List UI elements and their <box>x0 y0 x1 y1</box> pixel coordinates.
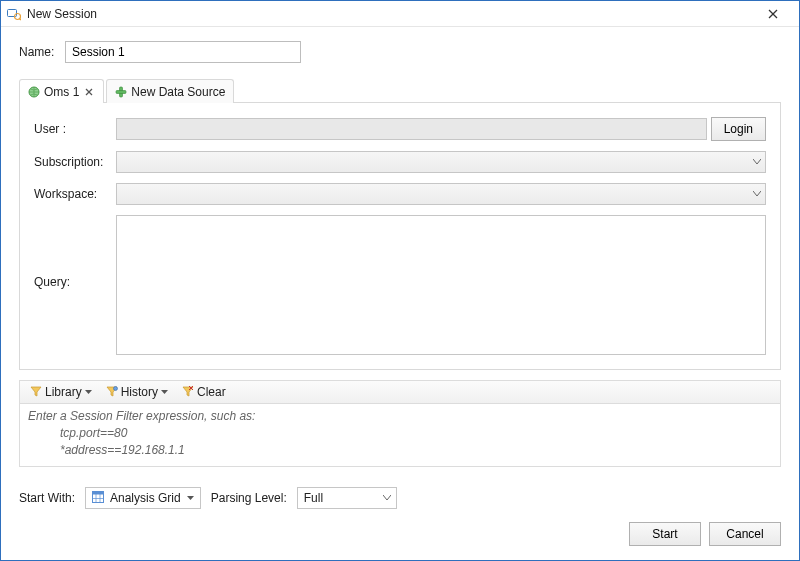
start-button[interactable]: Start <box>629 522 701 546</box>
tab-row: Oms 1 New Data S <box>19 79 781 103</box>
filter-placeholder-line: tcp.port==80 <box>28 425 772 442</box>
parsing-level-label: Parsing Level: <box>211 491 287 505</box>
history-label: History <box>121 385 158 399</box>
new-session-dialog: New Session Name: <box>0 0 800 561</box>
dialog-footer: Start Cancel <box>1 512 799 560</box>
workspace-row: Workspace: <box>34 183 766 205</box>
chevron-down-icon <box>187 496 194 501</box>
tab-label: Oms 1 <box>44 85 79 99</box>
workspace-value[interactable] <box>116 183 766 205</box>
subscription-value[interactable] <box>116 151 766 173</box>
funnel-history-icon <box>106 385 118 400</box>
svg-rect-9 <box>116 90 126 93</box>
user-label: User : <box>34 122 112 136</box>
tab-panel: User : Login Subscription: Wo <box>19 102 781 370</box>
filter-section: Library History <box>19 380 781 467</box>
grid-icon <box>92 491 104 506</box>
tab-label: New Data Source <box>131 85 225 99</box>
window-title: New Session <box>27 7 97 21</box>
window-close-button[interactable] <box>753 4 793 24</box>
chevron-down-icon <box>85 390 92 395</box>
query-input[interactable] <box>116 215 766 355</box>
library-label: Library <box>45 385 82 399</box>
funnel-icon <box>30 385 42 400</box>
plus-icon <box>115 86 127 98</box>
chevron-down-icon <box>161 390 168 395</box>
workspace-select[interactable] <box>116 183 766 205</box>
name-label: Name: <box>19 45 59 59</box>
clear-button[interactable]: Clear <box>176 382 232 402</box>
title-area: New Session <box>7 7 753 21</box>
parsing-level-select[interactable]: Full <box>297 487 397 509</box>
svg-point-10 <box>113 386 117 390</box>
workspace-label: Workspace: <box>34 187 112 201</box>
name-input[interactable] <box>65 41 301 63</box>
session-icon <box>7 7 21 21</box>
tab-oms-1[interactable]: Oms 1 <box>19 79 104 103</box>
history-button[interactable]: History <box>100 382 174 402</box>
start-with-select[interactable]: Analysis Grid <box>85 487 201 509</box>
tabs-area: Oms 1 New Data S <box>19 79 781 370</box>
svg-rect-14 <box>93 491 104 494</box>
login-button[interactable]: Login <box>711 117 766 141</box>
svg-line-2 <box>20 18 22 20</box>
query-label: Query: <box>34 215 112 289</box>
filter-placeholder-line: *address==192.168.1.1 <box>28 442 772 459</box>
parsing-level-value: Full <box>304 491 323 505</box>
filter-expression-input[interactable]: Enter a Session Filter expression, such … <box>19 404 781 467</box>
start-with-label: Start With: <box>19 491 75 505</box>
content-area: Name: Oms 1 <box>1 27 799 512</box>
filter-toolbar: Library History <box>19 380 781 404</box>
query-row: Query: <box>34 215 766 355</box>
titlebar: New Session <box>1 1 799 27</box>
tab-close-button[interactable] <box>83 86 95 98</box>
tab-new-data-source[interactable]: New Data Source <box>106 79 234 103</box>
cancel-button[interactable]: Cancel <box>709 522 781 546</box>
clear-label: Clear <box>197 385 226 399</box>
library-button[interactable]: Library <box>24 382 98 402</box>
globe-icon <box>28 86 40 98</box>
bottom-controls: Start With: Analysis Grid Parsing Lev <box>19 487 781 509</box>
subscription-select[interactable] <box>116 151 766 173</box>
chevron-down-icon <box>383 495 391 501</box>
name-row: Name: <box>19 41 781 63</box>
filter-placeholder-line: Enter a Session Filter expression, such … <box>28 408 772 425</box>
subscription-row: Subscription: <box>34 151 766 173</box>
user-row: User : Login <box>34 117 766 141</box>
user-input[interactable] <box>116 118 707 140</box>
subscription-label: Subscription: <box>34 155 112 169</box>
funnel-clear-icon <box>182 385 194 400</box>
start-with-value: Analysis Grid <box>110 491 181 505</box>
